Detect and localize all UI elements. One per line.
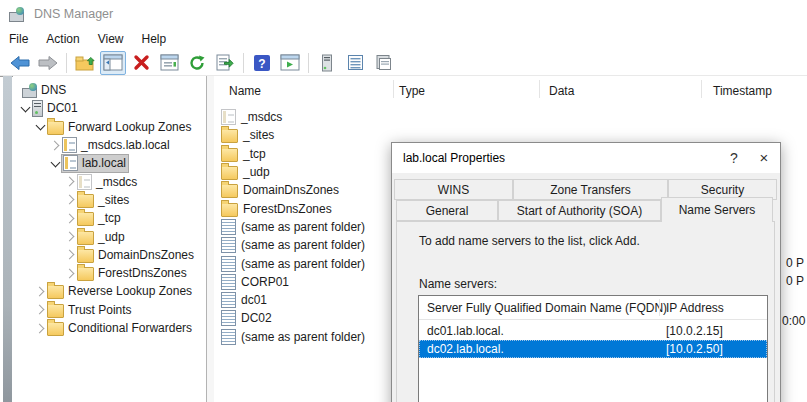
- tab-zone-transfers[interactable]: Zone Transfers: [513, 179, 668, 200]
- toolbar-separator: [243, 53, 244, 73]
- tree-item-forestdnszones[interactable]: ForestDnsZones: [13, 264, 206, 282]
- column-header-ip-address[interactable]: IP Address: [666, 301, 724, 315]
- server-icon[interactable]: [314, 51, 340, 75]
- expander-expand[interactable]: [63, 193, 77, 207]
- properties-dialog: lab.local Properties ? × WINS Zone Trans…: [391, 142, 781, 402]
- up-one-level-icon[interactable]: [72, 51, 98, 75]
- record-list-icon[interactable]: [342, 51, 368, 75]
- tree-selection-highlight: lab.local: [61, 154, 129, 173]
- folder-icon: [47, 304, 64, 318]
- column-divider[interactable]: [539, 80, 540, 98]
- folder-icon: [221, 184, 238, 198]
- expander-expand[interactable]: [63, 248, 77, 262]
- menu-file[interactable]: File: [0, 29, 37, 49]
- expander-expand[interactable]: [33, 321, 47, 335]
- folder-icon: [77, 249, 94, 263]
- export-list-icon[interactable]: [212, 51, 238, 75]
- help-icon[interactable]: ?: [249, 51, 275, 75]
- tree-item-forward-lookup-zones[interactable]: Forward Lookup Zones: [13, 118, 206, 136]
- expander-collapse[interactable]: [33, 120, 47, 134]
- folder-icon: [221, 166, 238, 180]
- dns-record-icon: [221, 237, 236, 253]
- clipboard-icon[interactable]: [370, 51, 396, 75]
- tree-item-udp[interactable]: _udp: [13, 227, 206, 245]
- expander-expand[interactable]: [63, 266, 77, 280]
- menu-bar: File Action View Help: [0, 28, 807, 51]
- toolbar: ?: [0, 50, 807, 76]
- new-window-icon[interactable]: [277, 51, 303, 75]
- name-servers-tab-panel: To add name servers to the list, click A…: [396, 221, 775, 402]
- tree-item-lab-local[interactable]: lab.local: [13, 154, 206, 172]
- dns-app-icon: [9, 7, 24, 22]
- dialog-close-button[interactable]: ×: [750, 143, 778, 172]
- menu-view[interactable]: View: [89, 29, 133, 49]
- dns-record-icon: [221, 292, 236, 308]
- forward-icon[interactable]: [35, 51, 61, 75]
- toolbar-separator: [66, 53, 67, 73]
- name-servers-label: Name servers:: [419, 277, 497, 291]
- folder-icon: [77, 267, 94, 281]
- dialog-help-button[interactable]: ?: [720, 143, 748, 172]
- name-server-row[interactable]: dc01.lab.local. [10.0.2.15]: [419, 322, 767, 340]
- instruction-text: To add name servers to the list, click A…: [419, 234, 640, 248]
- zone-icon: [62, 137, 77, 153]
- name-servers-table: Server Fully Qualified Domain Name (FQDN…: [418, 295, 768, 402]
- clipped-timestamp-text: 0 P: [786, 274, 804, 288]
- tree-item-msdcs-delegation[interactable]: _msdcs: [13, 172, 206, 190]
- tab-wins[interactable]: WINS: [394, 179, 513, 200]
- tab-name-servers[interactable]: Name Servers: [661, 197, 773, 222]
- expander-expand[interactable]: [63, 175, 77, 189]
- name-servers-table-header: Server Fully Qualified Domain Name (FQDN…: [419, 296, 767, 320]
- expander-collapse[interactable]: [48, 156, 62, 170]
- svg-text:?: ?: [258, 56, 265, 70]
- window-titlebar[interactable]: DNS Manager: [0, 0, 807, 28]
- column-header-data[interactable]: Data: [549, 84, 574, 98]
- column-header-name[interactable]: Name: [229, 84, 261, 98]
- menu-help[interactable]: Help: [133, 29, 176, 49]
- delete-icon[interactable]: [128, 51, 154, 75]
- folder-icon: [221, 129, 238, 143]
- dns-record-icon: [221, 274, 236, 290]
- delegated-zone-icon: [77, 174, 92, 190]
- tree-item-conditional-forwarders[interactable]: Conditional Forwarders: [13, 319, 206, 337]
- clipped-timestamp-text: 0:00: [782, 314, 805, 328]
- column-divider[interactable]: [701, 80, 702, 98]
- tree-item-trust-points[interactable]: Trust Points: [13, 301, 206, 319]
- delegated-zone-icon: [221, 109, 236, 125]
- folder-icon: [47, 322, 64, 336]
- tree-item-tcp[interactable]: _tcp: [13, 209, 206, 227]
- column-header-fqdn[interactable]: Server Fully Qualified Domain Name (FQDN…: [427, 301, 667, 315]
- folder-icon: [47, 121, 64, 135]
- back-icon[interactable]: [7, 51, 33, 75]
- refresh-icon[interactable]: [184, 51, 210, 75]
- column-header-timestamp[interactable]: Timestamp: [713, 84, 772, 98]
- expander-collapse[interactable]: [18, 101, 32, 115]
- expander-expand[interactable]: [33, 303, 47, 317]
- tree-item-domaindnszones[interactable]: DomainDnsZones: [13, 246, 206, 264]
- dns-record-icon: [221, 219, 236, 235]
- tab-general[interactable]: General: [396, 200, 498, 221]
- tab-start-of-authority[interactable]: Start of Authority (SOA): [498, 200, 661, 221]
- column-divider[interactable]: [393, 80, 394, 98]
- folder-icon: [77, 194, 94, 208]
- menu-action[interactable]: Action: [37, 29, 88, 49]
- expander-expand[interactable]: [33, 284, 47, 298]
- folder-icon: [221, 203, 238, 217]
- tree-item-dc01[interactable]: DC01: [13, 99, 206, 117]
- tree-item-sites[interactable]: _sites: [13, 191, 206, 209]
- expander-expand[interactable]: [48, 138, 62, 152]
- list-row[interactable]: _msdcs: [214, 108, 807, 126]
- expander-expand[interactable]: [63, 211, 77, 225]
- tree-item-dns-root[interactable]: DNS: [13, 81, 206, 99]
- name-server-row-selected[interactable]: dc02.lab.local. [10.0.2.50]: [419, 340, 767, 358]
- console-tree-pane: DNS DC01 Forward Lookup Zones _msdcs.lab…: [13, 76, 206, 402]
- column-header-type[interactable]: Type: [399, 84, 425, 98]
- clipped-timestamp-text: 0 P: [786, 256, 804, 270]
- tree-item-msdcs-lab-local[interactable]: _msdcs.lab.local: [13, 136, 206, 154]
- show-console-tree-icon[interactable]: [100, 51, 126, 75]
- column-divider[interactable]: [659, 299, 660, 316]
- expander-expand[interactable]: [63, 230, 77, 244]
- properties-icon[interactable]: [156, 51, 182, 75]
- dns-record-icon: [221, 310, 236, 326]
- tree-item-reverse-lookup-zones[interactable]: Reverse Lookup Zones: [13, 282, 206, 300]
